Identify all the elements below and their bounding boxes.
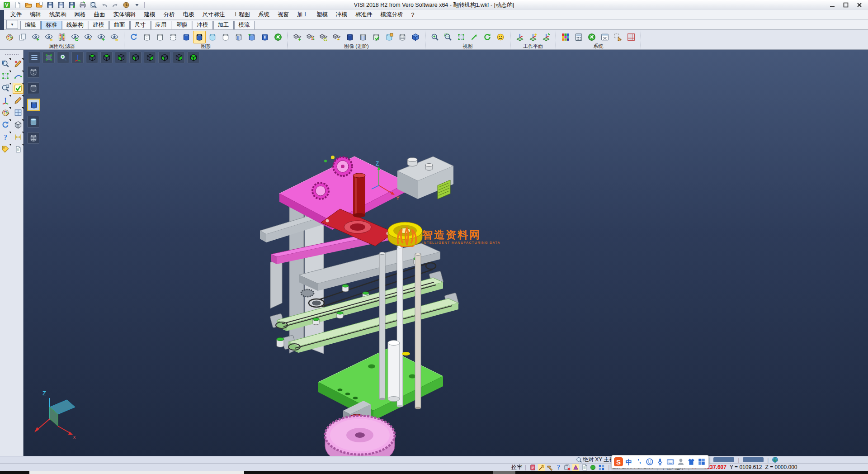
cylinder-check-icon[interactable] [370, 31, 382, 43]
ucs-axes-icon[interactable] [71, 52, 84, 63]
view-cube-left-icon[interactable] [129, 52, 142, 63]
model-upper-unit[interactable] [397, 156, 453, 199]
selection-filter-icon[interactable] [0, 59, 10, 69]
zoom-indicator-icon[interactable] [575, 456, 583, 463]
globe-icon[interactable] [771, 456, 779, 463]
menu-item-4[interactable]: 曲面 [90, 10, 109, 19]
tab-6[interactable]: 应用 [151, 21, 171, 29]
layer-swatch-2[interactable] [743, 457, 764, 462]
menu-item-12[interactable]: 视窗 [274, 10, 293, 19]
wand-icon[interactable] [538, 464, 545, 471]
cylinder-wireframe-icon[interactable] [141, 31, 153, 43]
display-hidden-line-icon[interactable] [27, 82, 39, 94]
tab-0[interactable]: 编辑 [20, 21, 41, 29]
cylinder-combine-icon[interactable] [245, 31, 258, 43]
model-bottom-gear[interactable] [325, 416, 395, 456]
layer-swatch-1[interactable] [713, 457, 734, 462]
view-cube-bottom-icon[interactable] [115, 52, 127, 63]
close-button[interactable] [853, 1, 866, 9]
zoom-select-icon[interactable] [0, 83, 10, 93]
cylinder-translucent-icon[interactable] [206, 31, 219, 43]
attribute-copy-icon[interactable] [16, 31, 29, 43]
tab-5[interactable]: 尺寸 [130, 21, 151, 29]
skin-icon[interactable] [687, 457, 696, 466]
ucs-icon[interactable] [0, 95, 10, 105]
tab-4[interactable]: 曲面 [109, 21, 130, 29]
regenerate-icon[interactable] [0, 120, 10, 130]
cylinder-mesh-icon[interactable] [396, 31, 409, 43]
help-icon[interactable]: ? [0, 132, 10, 142]
view-face-icon[interactable] [494, 31, 507, 43]
tab-9[interactable]: 加工 [213, 21, 234, 29]
view-cube-front-icon[interactable] [158, 52, 170, 63]
snap-icon[interactable] [589, 464, 597, 471]
sheet-icon[interactable] [580, 464, 588, 471]
save-as-icon[interactable] [56, 0, 66, 9]
image-refresh-icon[interactable] [317, 31, 330, 43]
menu-item-13[interactable]: 加工 [293, 10, 312, 19]
quickbar-dropdown-icon[interactable] [132, 0, 142, 9]
menu-item-0[interactable]: 文件 [6, 10, 26, 19]
grid-settings-icon[interactable] [625, 31, 637, 43]
selection-frame-icon[interactable] [42, 52, 55, 63]
display-mesh-icon[interactable] [27, 132, 39, 144]
tab-dropdown-button[interactable]: ▼ [6, 20, 18, 29]
model-red-cylinder[interactable] [353, 173, 365, 218]
import-file-icon[interactable] [34, 0, 44, 9]
menu-item-7[interactable]: 分析 [160, 10, 179, 19]
lock-label[interactable]: 拴牢 [511, 464, 522, 471]
3d-viewport[interactable]: Z Y Z x [24, 50, 868, 456]
new-file-icon[interactable] [13, 0, 23, 9]
toolbar-grip[interactable] [5, 54, 19, 55]
menu-item-1[interactable]: 编辑 [26, 10, 45, 19]
image-toggle-icon[interactable]: ± [330, 31, 343, 43]
refresh-graphics-icon[interactable] [127, 31, 140, 43]
cylinder-striped-icon[interactable] [357, 31, 369, 43]
cylinder-shaded-edges-icon[interactable] [193, 31, 206, 43]
maximize-button[interactable] [839, 1, 853, 9]
cylinder-copy-icon[interactable] [383, 31, 396, 43]
toolbox-icon[interactable] [697, 457, 706, 466]
menu-item-9[interactable]: 尺寸标注 [198, 10, 229, 19]
display-shaded-icon[interactable] [27, 99, 40, 111]
eye-toggle-icon[interactable]: ± [82, 31, 94, 43]
menu-item-16[interactable]: 标准件 [351, 10, 377, 19]
eye-add-icon[interactable]: + [29, 31, 42, 43]
display-wireframe-icon[interactable] [27, 66, 39, 78]
view-cube-back-icon[interactable] [173, 52, 185, 63]
color-table-icon[interactable] [559, 31, 572, 43]
menu-item-6[interactable]: 建模 [140, 10, 160, 19]
layout-window-icon[interactable] [13, 108, 23, 118]
tab-10[interactable]: 模流 [234, 21, 255, 29]
account-icon[interactable] [676, 457, 685, 466]
snap-settings-icon[interactable] [612, 31, 624, 43]
help-icon[interactable]: ? [555, 464, 562, 471]
traffic-light-icon[interactable] [56, 31, 68, 43]
notes-icon[interactable] [529, 464, 537, 471]
image-add-icon[interactable]: + [291, 31, 304, 43]
attribute-brush-icon[interactable] [3, 31, 16, 43]
tab-2[interactable]: 线架构 [62, 21, 88, 29]
package-x-icon[interactable] [563, 464, 571, 471]
view-cube-top-icon[interactable] [100, 52, 113, 63]
display-translucent-icon[interactable] [27, 116, 39, 128]
menu-item-3[interactable]: 网格 [71, 10, 90, 19]
cube-solid-icon[interactable] [409, 31, 422, 43]
tab-3[interactable]: 建模 [89, 21, 109, 29]
eye-plus-icon[interactable]: + [95, 31, 108, 43]
menu-item-18[interactable]: ? [407, 11, 419, 19]
workplane-align-icon[interactable] [540, 31, 552, 43]
tab-7[interactable]: 塑膜 [172, 21, 192, 29]
preview-icon[interactable] [89, 0, 99, 9]
image-traffic-icon[interactable] [304, 31, 317, 43]
zoom-extents-icon[interactable] [455, 31, 467, 43]
attributes-palette-icon[interactable] [0, 108, 10, 118]
tag-icon[interactable] [0, 144, 10, 154]
cylinder-dark-icon[interactable] [344, 31, 356, 43]
cylinder-shaded-icon[interactable] [180, 31, 193, 43]
tab-1[interactable]: 标准 [41, 21, 61, 29]
workplane-create-icon[interactable] [514, 31, 526, 43]
menu-item-10[interactable]: 工程图 [229, 10, 255, 19]
render-settings-icon[interactable] [272, 31, 284, 43]
print-icon[interactable] [78, 0, 88, 9]
